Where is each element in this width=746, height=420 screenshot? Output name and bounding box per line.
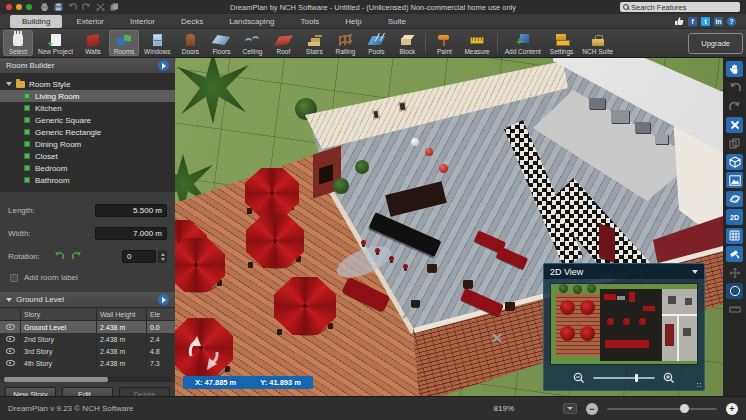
tree-item-generic-square[interactable]: Generic Square: [0, 114, 175, 126]
floors-button[interactable]: Floors: [206, 30, 236, 56]
coord-x: X: 47.885 m: [195, 378, 236, 387]
resize-grip[interactable]: [696, 382, 703, 389]
add-content-button[interactable]: Add Content: [501, 30, 545, 56]
tab-interior[interactable]: Interior: [118, 15, 167, 28]
stairs-button[interactable]: Stairs: [299, 30, 329, 56]
zoom-in-button[interactable]: +: [726, 403, 738, 415]
compass-button[interactable]: [726, 283, 743, 299]
zoom-slider-handle[interactable]: [680, 404, 689, 413]
cut-icon[interactable]: [96, 3, 105, 11]
zoom-slider[interactable]: [607, 408, 717, 410]
bar-counter: [361, 186, 453, 282]
tree-item-generic-rectangle[interactable]: Generic Rectangle: [0, 126, 175, 138]
upgrade-button[interactable]: Upgrade: [688, 33, 743, 54]
like-icon[interactable]: [674, 16, 684, 26]
save-icon[interactable]: [54, 3, 63, 11]
tab-decks[interactable]: Decks: [169, 15, 215, 28]
nch-suite-button[interactable]: NCH Suite: [578, 30, 617, 56]
linkedin-icon[interactable]: in: [714, 17, 723, 26]
chevron-down-icon[interactable]: [692, 270, 698, 274]
paint-roller-button[interactable]: [726, 246, 743, 262]
tab-suite[interactable]: Suite: [376, 15, 418, 28]
tree-item-bedroom[interactable]: Bedroom: [0, 162, 175, 174]
tree-item-dining-room[interactable]: Dining Room: [0, 138, 175, 150]
doors-button[interactable]: Doors: [175, 30, 205, 56]
rooms-button[interactable]: Rooms: [109, 30, 139, 56]
add-room-label-checkbox[interactable]: [10, 274, 18, 282]
tab-building[interactable]: Building: [10, 15, 62, 28]
view-3d-button[interactable]: [726, 154, 743, 170]
delete-button[interactable]: [726, 117, 743, 133]
zoom-preset-dropdown[interactable]: [563, 403, 577, 414]
tab-help[interactable]: Help: [333, 15, 373, 28]
tree-item-living-room[interactable]: Living Room: [0, 90, 175, 102]
viewport-3d[interactable]: X: 47.885 m Y: 41.893 m 2D View: [175, 58, 723, 396]
eye-icon[interactable]: [6, 336, 15, 342]
length-field[interactable]: 5.500 m: [95, 204, 167, 217]
collapse-stories-button[interactable]: [158, 294, 169, 305]
zoom-out-icon[interactable]: [573, 372, 585, 384]
rotation-stepper[interactable]: [158, 250, 167, 263]
window-controls: [6, 4, 32, 10]
collapse-panel-button[interactable]: [158, 60, 169, 71]
background-image-button[interactable]: [726, 172, 743, 188]
story-row-2nd-story[interactable]: 2nd Story2.438 m2.4: [0, 333, 175, 345]
redo-icon[interactable]: [82, 3, 91, 11]
roof-button[interactable]: Roof: [268, 30, 298, 56]
help-icon[interactable]: ?: [727, 17, 736, 26]
view-2d-header[interactable]: 2D View: [544, 264, 704, 279]
tree-item-closet[interactable]: Closet: [0, 150, 175, 162]
pools-button[interactable]: Pools: [361, 30, 391, 56]
eye-icon[interactable]: [6, 360, 15, 366]
story-row-ground-level[interactable]: Ground Level2.438 m0.0: [0, 321, 175, 333]
rotation-field[interactable]: 0: [122, 250, 156, 263]
pendant-lamp: [439, 164, 448, 173]
view-2d-button[interactable]: 2D: [726, 209, 743, 225]
tree-item-kitchen[interactable]: Kitchen: [0, 102, 175, 114]
room-builder-panel: Room Builder Room Style Living Room Kitc…: [0, 58, 175, 396]
eye-icon[interactable]: [6, 348, 15, 354]
orbit-view-button[interactable]: [726, 191, 743, 207]
twitter-icon[interactable]: t: [701, 17, 710, 26]
tree-item-bathroom[interactable]: Bathroom: [0, 174, 175, 186]
tree-root-room-style[interactable]: Room Style: [0, 78, 175, 90]
tab-landscaping[interactable]: Landscaping: [217, 15, 286, 28]
settings-button[interactable]: Settings: [546, 30, 578, 56]
width-field[interactable]: 7.000 m: [95, 227, 167, 240]
search-box[interactable]: [620, 2, 740, 12]
story-row-4th-story[interactable]: 4th Story2.438 m7.3: [0, 357, 175, 369]
tab-exterior[interactable]: Exterior: [64, 15, 116, 28]
select-hand-button[interactable]: [726, 61, 743, 77]
tab-tools[interactable]: Tools: [289, 15, 332, 28]
minimize-window-button[interactable]: [16, 4, 22, 10]
undo-icon[interactable]: [68, 3, 77, 11]
floorplan-minimap[interactable]: [551, 284, 697, 364]
rotate-handle[interactable]: [181, 330, 227, 376]
rotate-ccw-icon[interactable]: [54, 251, 65, 262]
stories-horizontal-scrollbar[interactable]: [4, 377, 171, 382]
minimap-zoom-slider[interactable]: [593, 377, 655, 379]
grid-toggle-button[interactable]: [726, 228, 743, 244]
close-window-button[interactable]: [6, 4, 12, 10]
ceiling-button[interactable]: Ceiling: [237, 30, 267, 56]
search-input[interactable]: [631, 3, 737, 12]
print-icon[interactable]: [40, 3, 49, 11]
room-style-tree: Room Style Living Room Kitchen Generic S…: [0, 74, 175, 192]
paint-button[interactable]: Paint: [429, 30, 459, 56]
measure-button[interactable]: Measure: [460, 30, 493, 56]
facebook-icon[interactable]: f: [688, 17, 697, 26]
block-button[interactable]: Block: [392, 30, 422, 56]
width-label: Width:: [8, 229, 31, 238]
story-row-3rd-story[interactable]: 3rd Story2.438 m4.8: [0, 345, 175, 357]
railing-button[interactable]: Railing: [330, 30, 360, 56]
new-project-button[interactable]: +New Project: [34, 30, 77, 56]
rotate-cw-icon[interactable]: [71, 251, 82, 262]
select-tool-button[interactable]: Select: [3, 30, 33, 56]
zoom-in-icon[interactable]: [663, 372, 675, 384]
copy-icon[interactable]: [110, 3, 119, 11]
walls-button[interactable]: Walls: [78, 30, 108, 56]
windows-button[interactable]: Windows: [140, 30, 174, 56]
zoom-window-button[interactable]: [26, 4, 32, 10]
zoom-out-button[interactable]: −: [586, 403, 598, 415]
eye-icon[interactable]: [6, 324, 15, 330]
